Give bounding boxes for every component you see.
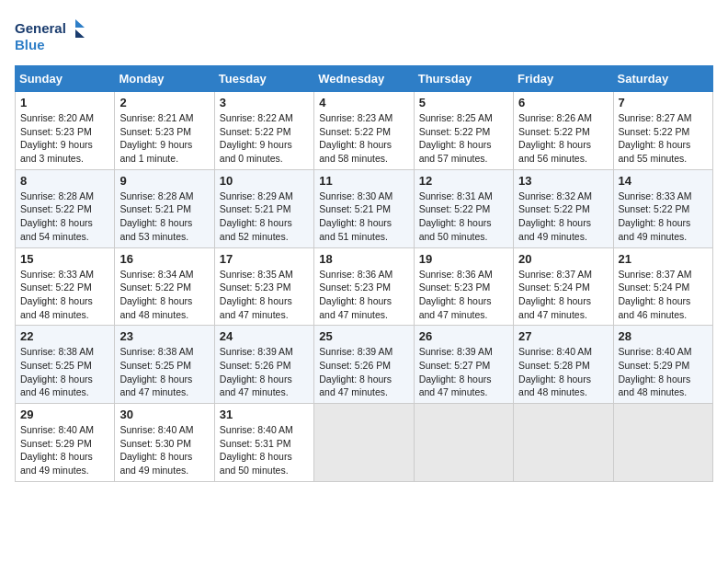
day-info-line: Sunset: 5:23 PM	[419, 281, 508, 294]
day-info-line: Sunrise: 8:39 AM	[319, 345, 408, 359]
day-info: Sunrise: 8:33 AMSunset: 5:22 PMDaylight:…	[20, 268, 109, 322]
day-info-line: and 47 minutes.	[220, 385, 309, 399]
day-info-line: Sunrise: 8:33 AM	[619, 190, 708, 203]
day-info: Sunrise: 8:32 AMSunset: 5:22 PMDaylight:…	[518, 190, 608, 244]
calendar-cell: 7Sunrise: 8:27 AMSunset: 5:22 PMDaylight…	[613, 92, 712, 170]
day-info-line: Daylight: 8 hours	[419, 294, 508, 308]
calendar-cell: 31Sunrise: 8:40 AMSunset: 5:31 PMDayligh…	[214, 404, 313, 482]
day-info-line: Daylight: 9 hours	[220, 138, 309, 152]
day-info: Sunrise: 8:40 AMSunset: 5:29 PMDaylight:…	[619, 345, 708, 399]
day-info: Sunrise: 8:38 AMSunset: 5:25 PMDaylight:…	[20, 345, 109, 399]
day-info: Sunrise: 8:37 AMSunset: 5:24 PMDaylight:…	[518, 268, 608, 322]
day-info-line: Daylight: 8 hours	[119, 373, 209, 386]
day-info-line: Sunset: 5:22 PM	[20, 281, 109, 294]
day-info: Sunrise: 8:25 AMSunset: 5:22 PMDaylight:…	[419, 111, 508, 166]
page-header: GeneralBlue	[15, 15, 713, 56]
day-info: Sunrise: 8:28 AMSunset: 5:22 PMDaylight:…	[20, 190, 109, 244]
day-info-line: Daylight: 8 hours	[119, 216, 209, 230]
day-info-line: Sunset: 5:23 PM	[119, 125, 209, 139]
svg-marker-2	[75, 19, 85, 28]
day-info-line: Sunrise: 8:25 AM	[419, 111, 508, 125]
day-info-line: Sunset: 5:29 PM	[20, 437, 109, 451]
day-info: Sunrise: 8:28 AMSunset: 5:21 PMDaylight:…	[119, 190, 209, 244]
calendar-cell: 17Sunrise: 8:35 AMSunset: 5:23 PMDayligh…	[214, 247, 313, 326]
day-info-line: Sunrise: 8:23 AM	[319, 111, 408, 125]
day-info-line: Sunrise: 8:21 AM	[119, 111, 209, 125]
logo: GeneralBlue	[15, 15, 88, 56]
day-info: Sunrise: 8:39 AMSunset: 5:26 PMDaylight:…	[319, 345, 408, 399]
day-info-line: Sunset: 5:22 PM	[619, 125, 708, 139]
day-number: 27	[518, 329, 608, 343]
day-info-line: Sunset: 5:21 PM	[319, 202, 408, 216]
day-info-line: and 49 minutes.	[119, 464, 209, 477]
day-info-line: Sunrise: 8:40 AM	[518, 345, 608, 359]
calendar-cell: 14Sunrise: 8:33 AMSunset: 5:22 PMDayligh…	[613, 169, 712, 247]
day-info-line: and 57 minutes.	[419, 152, 508, 166]
day-info-line: Daylight: 8 hours	[619, 294, 708, 308]
calendar-week-row: 1Sunrise: 8:20 AMSunset: 5:23 PMDaylight…	[16, 92, 713, 170]
day-info-line: and 53 minutes.	[119, 230, 209, 244]
day-info: Sunrise: 8:26 AMSunset: 5:22 PMDaylight:…	[518, 111, 608, 166]
day-info-line: Sunset: 5:22 PM	[119, 281, 209, 294]
day-info-line: Sunset: 5:29 PM	[619, 359, 708, 373]
day-info-line: Daylight: 9 hours	[119, 138, 209, 152]
day-info-line: Daylight: 8 hours	[319, 294, 408, 308]
calendar-cell: 13Sunrise: 8:32 AMSunset: 5:22 PMDayligh…	[514, 169, 613, 247]
day-info-line: and 58 minutes.	[319, 152, 408, 166]
day-number: 19	[419, 252, 508, 266]
day-number: 26	[419, 329, 508, 343]
day-info-line: and 49 minutes.	[20, 464, 109, 477]
calendar-cell: 6Sunrise: 8:26 AMSunset: 5:22 PMDaylight…	[514, 92, 613, 170]
day-info: Sunrise: 8:40 AMSunset: 5:31 PMDaylight:…	[220, 423, 309, 477]
day-info-line: and 50 minutes.	[419, 230, 508, 244]
day-info-line: Sunrise: 8:36 AM	[419, 268, 508, 282]
day-number: 9	[119, 174, 209, 188]
day-info-line: Sunset: 5:23 PM	[20, 125, 109, 139]
day-number: 8	[20, 174, 109, 188]
day-info-line: Daylight: 8 hours	[20, 373, 109, 386]
day-info-line: Daylight: 8 hours	[419, 373, 508, 386]
calendar-cell: 5Sunrise: 8:25 AMSunset: 5:22 PMDaylight…	[414, 92, 513, 170]
day-info-line: and 47 minutes.	[220, 308, 309, 322]
day-info-line: and 1 minute.	[119, 152, 209, 166]
weekday-header: Wednesday	[314, 66, 414, 92]
day-info-line: and 56 minutes.	[518, 152, 608, 166]
day-info-line: and 49 minutes.	[619, 230, 708, 244]
day-info-line: Sunrise: 8:32 AM	[518, 190, 608, 203]
day-info: Sunrise: 8:36 AMSunset: 5:23 PMDaylight:…	[319, 268, 408, 322]
day-info: Sunrise: 8:20 AMSunset: 5:23 PMDaylight:…	[20, 111, 109, 166]
day-info-line: and 52 minutes.	[220, 230, 309, 244]
day-info-line: and 47 minutes.	[419, 385, 508, 399]
day-number: 1	[20, 96, 109, 109]
calendar-week-row: 8Sunrise: 8:28 AMSunset: 5:22 PMDaylight…	[16, 169, 713, 247]
day-info-line: Daylight: 8 hours	[619, 138, 708, 152]
day-info: Sunrise: 8:30 AMSunset: 5:21 PMDaylight:…	[319, 190, 408, 244]
day-info-line: Sunset: 5:25 PM	[119, 359, 209, 373]
day-number: 22	[20, 329, 109, 343]
calendar-week-row: 29Sunrise: 8:40 AMSunset: 5:29 PMDayligh…	[16, 404, 713, 482]
day-info-line: Sunrise: 8:40 AM	[119, 423, 209, 437]
day-number: 20	[518, 252, 608, 266]
day-info-line: and 48 minutes.	[20, 308, 109, 322]
day-info-line: and 48 minutes.	[518, 385, 608, 399]
day-info-line: Daylight: 8 hours	[119, 450, 209, 464]
day-info-line: and 46 minutes.	[20, 385, 109, 399]
day-info-line: Daylight: 8 hours	[119, 294, 209, 308]
weekday-header: Thursday	[414, 66, 513, 92]
day-info-line: and 46 minutes.	[619, 308, 708, 322]
day-info: Sunrise: 8:39 AMSunset: 5:27 PMDaylight:…	[419, 345, 508, 399]
day-info: Sunrise: 8:39 AMSunset: 5:26 PMDaylight:…	[220, 345, 309, 399]
day-info-line: Daylight: 8 hours	[220, 373, 309, 386]
day-info: Sunrise: 8:37 AMSunset: 5:24 PMDaylight:…	[619, 268, 708, 322]
day-info-line: Sunset: 5:22 PM	[419, 125, 508, 139]
calendar-cell: 27Sunrise: 8:40 AMSunset: 5:28 PMDayligh…	[514, 326, 613, 404]
calendar-cell	[613, 404, 712, 482]
day-info: Sunrise: 8:34 AMSunset: 5:22 PMDaylight:…	[119, 268, 209, 322]
day-info-line: Sunrise: 8:39 AM	[220, 345, 309, 359]
day-info-line: Sunset: 5:22 PM	[319, 125, 408, 139]
day-number: 7	[619, 96, 708, 109]
day-info-line: and 49 minutes.	[518, 230, 608, 244]
day-info-line: Sunset: 5:28 PM	[518, 359, 608, 373]
day-info-line: Sunrise: 8:29 AM	[220, 190, 309, 203]
day-info: Sunrise: 8:38 AMSunset: 5:25 PMDaylight:…	[119, 345, 209, 399]
